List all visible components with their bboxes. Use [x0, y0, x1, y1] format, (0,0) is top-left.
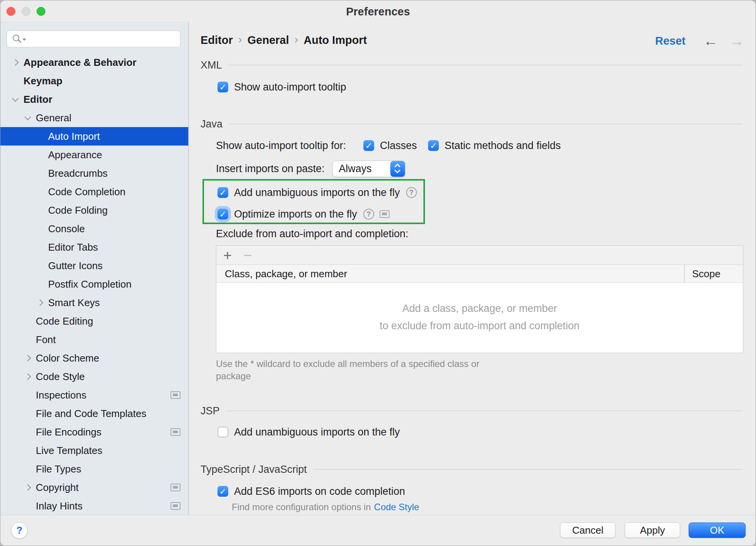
- code-style-link[interactable]: Code Style: [374, 502, 419, 513]
- sidebar-item-file-and-code-templates[interactable]: File and Code Templates: [0, 404, 188, 423]
- apply-button[interactable]: Apply: [625, 523, 680, 538]
- sidebar-item-file-types[interactable]: File Types: [0, 460, 188, 478]
- sidebar-item-appearance[interactable]: Appearance: [0, 146, 188, 164]
- sidebar-item-code-style[interactable]: Code Style: [0, 367, 188, 386]
- sidebar-item-live-templates[interactable]: Live Templates: [0, 441, 188, 460]
- cancel-button[interactable]: Cancel: [560, 523, 616, 538]
- show-auto-import-tooltip-checkbox[interactable]: [217, 82, 228, 92]
- sidebar-item-label: Breadcrumbs: [48, 167, 108, 179]
- table-placeholder-line1: Add a class, package, or member: [402, 303, 557, 315]
- add-unambiguous-checkbox[interactable]: [217, 187, 228, 198]
- help-question-icon[interactable]: ?: [406, 187, 417, 198]
- sidebar-item-smart-keys[interactable]: Smart Keys: [0, 293, 188, 312]
- project-settings-icon: [380, 210, 390, 218]
- section-rule: [313, 469, 743, 470]
- sidebar-item-label: Inlay Hints: [36, 500, 82, 512]
- show-auto-import-tooltip-row: Show auto-import tooltip: [217, 79, 346, 95]
- chevron-down-icon[interactable]: [12, 95, 19, 102]
- breadcrumb-editor[interactable]: Editor: [201, 34, 233, 47]
- sidebar-item-font[interactable]: Font: [0, 330, 188, 349]
- breadcrumb: Editor › General › Auto Import: [201, 33, 367, 47]
- chevron-right-icon[interactable]: [25, 355, 31, 362]
- sidebar-item-gutter-icons[interactable]: Gutter Icons: [0, 256, 188, 275]
- project-settings-icon: [171, 502, 181, 510]
- table-empty-body[interactable]: Add a class, package, or member to exclu…: [216, 283, 743, 352]
- sidebar-item-color-scheme[interactable]: Color Scheme: [0, 349, 188, 367]
- sidebar-item-label: Color Scheme: [36, 352, 99, 364]
- section-title-jsp: JSP: [201, 405, 220, 417]
- sidebar-item-auto-import[interactable]: Auto Import: [0, 127, 188, 146]
- sidebar-item-console[interactable]: Console: [0, 219, 188, 238]
- section-title-xml: XML: [201, 59, 222, 71]
- es6-imports-checkbox[interactable]: [217, 486, 228, 497]
- ok-button[interactable]: OK: [689, 523, 746, 538]
- table-toolbar: + −: [216, 246, 743, 265]
- reset-link[interactable]: Reset: [655, 35, 686, 47]
- sidebar-item-keymap[interactable]: Keymap: [0, 72, 188, 90]
- jsp-add-unambiguous-checkbox[interactable]: [217, 427, 228, 437]
- sidebar-item-label: Appearance & Behavior: [23, 57, 136, 69]
- sidebar-item-appearance-behavior[interactable]: Appearance & Behavior: [0, 53, 188, 72]
- sidebar-item-label: Console: [48, 223, 85, 235]
- column-header-scope[interactable]: Scope: [692, 268, 721, 280]
- sidebar-item-label: File Types: [36, 463, 81, 475]
- settings-tree: Appearance & BehaviorKeymapEditorGeneral…: [0, 53, 188, 515]
- checkbox-label: Static methods and fields: [445, 140, 561, 152]
- chevron-right-icon[interactable]: [25, 484, 31, 491]
- insert-on-paste-dropdown[interactable]: Always: [332, 161, 405, 177]
- insert-on-paste-label: Insert imports on paste:: [216, 163, 324, 175]
- table-header: Class, package, or member Scope: [216, 265, 743, 283]
- sidebar-item-label: File and Code Templates: [36, 408, 146, 420]
- jsp-add-unambiguous-row: Add unambiguous imports on the fly: [217, 424, 400, 440]
- insert-on-paste-label-row: Insert imports on paste:: [216, 160, 324, 177]
- search-field[interactable]: [7, 30, 181, 47]
- checkbox-label: Optimize imports on the fly: [234, 208, 357, 220]
- checkbox-label: Add unambiguous imports on the fly: [234, 426, 400, 438]
- sidebar-item-code-completion[interactable]: Code Completion: [0, 183, 188, 201]
- chevron-right-icon[interactable]: [12, 59, 19, 66]
- sidebar-item-code-editing[interactable]: Code Editing: [0, 312, 188, 330]
- sidebar-item-breadcrumbs[interactable]: Breadcrumbs: [0, 164, 188, 183]
- sidebar-item-code-folding[interactable]: Code Folding: [0, 201, 188, 219]
- sidebar-item-copyright[interactable]: Copyright: [0, 478, 188, 497]
- search-options-caret-icon[interactable]: [22, 39, 26, 41]
- classes-checkbox[interactable]: [363, 140, 374, 151]
- sidebar-item-label: Inspections: [36, 389, 87, 401]
- table-placeholder-line2: to exclude from auto-import and completi…: [380, 320, 579, 332]
- checkbox-label: Classes: [380, 140, 417, 152]
- exclude-table: + − Class, package, or member Scope Add …: [216, 245, 743, 353]
- static-methods-checkbox[interactable]: [428, 140, 439, 151]
- find-more-text: Find more configuration options in: [232, 502, 371, 513]
- sidebar-item-general[interactable]: General: [0, 109, 188, 127]
- checkbox-label: Show auto-import tooltip: [234, 81, 346, 93]
- chevron-right-icon[interactable]: [25, 373, 31, 380]
- sidebar-item-inlay-hints[interactable]: Inlay Hints: [0, 497, 188, 515]
- optimize-imports-row: Optimize imports on the fly ?: [217, 206, 390, 223]
- sidebar-item-editor[interactable]: Editor: [0, 90, 188, 109]
- project-settings-icon: [171, 391, 181, 399]
- help-question-icon[interactable]: ?: [363, 209, 374, 219]
- settings-sidebar: Appearance & BehaviorKeymapEditorGeneral…: [0, 22, 188, 515]
- forward-arrow-icon: →: [729, 33, 744, 48]
- sidebar-item-file-encodings[interactable]: File Encodings: [0, 423, 188, 441]
- sidebar-item-editor-tabs[interactable]: Editor Tabs: [0, 238, 188, 256]
- column-header-class[interactable]: Class, package, or member: [225, 268, 347, 280]
- dropdown-stepper-icon: [390, 161, 405, 177]
- chevron-right-icon[interactable]: [37, 300, 43, 306]
- column-divider[interactable]: [684, 265, 685, 283]
- sidebar-item-label: Editor Tabs: [48, 241, 98, 253]
- back-arrow-icon[interactable]: ←: [703, 33, 718, 48]
- sidebar-item-label: Editor: [23, 94, 52, 106]
- chevron-down-icon[interactable]: [25, 114, 31, 121]
- tooltip-for-label-row: Show auto-import tooltip for:: [216, 137, 346, 154]
- sidebar-item-postfix-completion[interactable]: Postfix Completion: [0, 275, 188, 293]
- classes-checkbox-row: Classes: [363, 137, 417, 154]
- breadcrumb-general[interactable]: General: [248, 34, 289, 47]
- optimize-imports-checkbox[interactable]: [217, 209, 228, 219]
- checkbox-label: Add ES6 imports on code completion: [234, 486, 405, 497]
- search-input[interactable]: [29, 32, 176, 45]
- section-header-java: Java: [201, 118, 743, 130]
- help-button[interactable]: ?: [11, 522, 28, 539]
- sidebar-item-label: Live Templates: [36, 445, 102, 457]
- sidebar-item-inspections[interactable]: Inspections: [0, 386, 188, 404]
